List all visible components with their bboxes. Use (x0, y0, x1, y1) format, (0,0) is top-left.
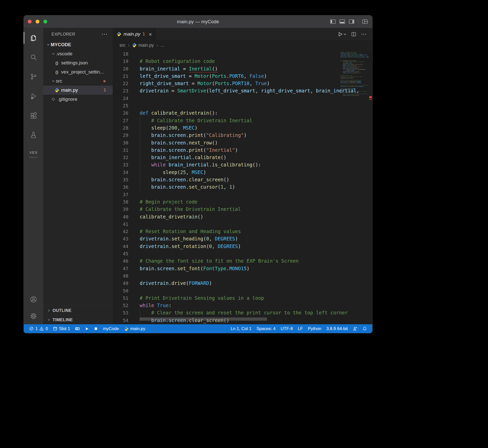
status-text: Slot 1 (59, 326, 70, 331)
breadcrumb-item-src[interactable]: src (119, 43, 125, 48)
code-line: 38# Begin project code (113, 198, 372, 206)
customize-layout-icon[interactable] (362, 19, 368, 24)
chevron-down-icon[interactable] (51, 52, 56, 56)
status-indentation[interactable]: Spaces: 4 (254, 324, 278, 333)
code-lines: 1819# Robot configuration code20brain_in… (113, 50, 372, 324)
source-control-icon (30, 73, 37, 80)
line-number: 29 (113, 132, 128, 139)
breadcrumb-separator: › (128, 42, 129, 48)
tab-problems-badge: 1 (143, 32, 145, 37)
status-text: 0 (45, 326, 48, 331)
tree-item-main-py[interactable]: main.py1 (43, 86, 113, 95)
tree-item-src[interactable]: src (43, 77, 113, 86)
indent-guide (140, 117, 140, 191)
line-number: 50 (113, 287, 128, 294)
tab-main-py[interactable]: main.py 1 × (113, 28, 156, 40)
tree-item-vex-project-settin[interactable]: {}vex_project_settin... (43, 67, 113, 77)
horizontal-scrollbar[interactable] (140, 317, 267, 321)
json-file-icon: {} (54, 61, 59, 65)
code-line: 41 (113, 220, 372, 228)
breadcrumb: src›main.py›... (113, 40, 372, 50)
chevron-down-icon (343, 33, 347, 36)
line-number: 46 (113, 257, 128, 265)
titlebar-separator (358, 19, 358, 24)
breadcrumb-item-[interactable]: ... (160, 43, 164, 48)
code-line: 48 (113, 272, 372, 280)
status-vex-slot[interactable]: Slot 1 (51, 324, 72, 333)
status-problems[interactable]: 10 (27, 324, 51, 333)
status-feedback[interactable] (350, 324, 360, 333)
activity-item-account[interactable] (24, 291, 43, 308)
activity-item-source-control[interactable] (24, 67, 43, 86)
breadcrumb-item-main-py[interactable]: main.py (132, 43, 154, 48)
toggle-sidebar-right-icon[interactable] (349, 19, 354, 24)
indent-guide (140, 309, 140, 324)
activity-item-extensions[interactable] (24, 106, 43, 125)
error-marker (369, 96, 372, 98)
status-right: Ln 1, Col 1Spaces: 4UTF-8LFPython3.8.9 6… (228, 324, 369, 333)
split-editor-icon[interactable] (351, 32, 356, 37)
bell-icon (362, 327, 367, 331)
line-number: 34 (113, 169, 128, 176)
status-eol[interactable]: LF (295, 324, 305, 333)
tree-item-mycode[interactable]: MYCODE (43, 40, 113, 49)
activity-item-explorer[interactable] (24, 28, 43, 47)
code-line: 33 while brain_inertial.is_calibrating()… (113, 161, 372, 168)
code-line: 47brain.screen.set_font(FontType.MONO15) (113, 265, 372, 272)
tree-item-label: MYCODE (51, 42, 71, 47)
activity-item-vex[interactable]: VEXROBOTICS (24, 145, 43, 164)
line-number: 38 (113, 198, 128, 206)
line-number: 36 (113, 183, 128, 191)
explorer-icon (30, 34, 37, 41)
tab-close-icon[interactable]: × (149, 32, 152, 37)
close-window-button[interactable] (28, 20, 32, 23)
activity-item-testing[interactable] (24, 125, 43, 145)
line-number: 22 (113, 80, 128, 87)
status-notifications[interactable] (360, 324, 369, 333)
chevron-down-icon[interactable] (46, 43, 51, 47)
status-language-mode[interactable]: Python (305, 324, 324, 333)
settings-icon (30, 312, 37, 320)
tree-item-label: settings.json (61, 60, 88, 66)
stop-icon (94, 327, 98, 331)
run-python-file-button[interactable] (337, 32, 347, 37)
line-number: 23 (113, 87, 128, 94)
toggle-panel-icon[interactable] (339, 19, 345, 24)
panel-outline[interactable]: OUTLINE (43, 306, 113, 315)
tree-item-settings-json[interactable]: {}settings.json (43, 58, 113, 67)
tree-item-label: vex_project_settin... (61, 69, 104, 75)
status-vex-play[interactable] (82, 324, 91, 333)
panel-timeline[interactable]: TIMELINE (43, 315, 113, 324)
activity-item-settings[interactable] (24, 308, 43, 324)
status-project-name[interactable]: myCode (100, 324, 121, 333)
status-cursor-position[interactable]: Ln 1, Col 1 (228, 324, 254, 333)
zoom-window-button[interactable] (43, 20, 47, 23)
toggle-sidebar-left-icon[interactable] (330, 19, 336, 24)
tree-item-gitignore[interactable]: .gitignore (43, 95, 113, 104)
status-python-interpreter[interactable]: 3.8.9 64-bit (324, 324, 350, 333)
status-text: main.py (130, 326, 145, 331)
tree-item-vscode[interactable]: .vscode (43, 49, 113, 58)
python-icon (124, 327, 129, 331)
status-text: 1 (35, 326, 38, 331)
line-number: 53 (113, 309, 128, 316)
feedback-icon (353, 327, 357, 331)
code-line: 31 brain.screen.print("Inertial") (113, 146, 372, 154)
explorer-sidebar: EXPLORER ⋯ MYCODE.vscode{}settings.json{… (43, 28, 113, 324)
status-active-file[interactable]: main.py (121, 324, 148, 333)
chevron-down-icon[interactable] (51, 79, 56, 83)
run-icon (337, 32, 343, 37)
title-bar[interactable]: main.py — myCode (24, 15, 372, 28)
minimap[interactable]: # Robot configuration codebrain_inertial… (340, 50, 369, 116)
activity-item-run-debug[interactable] (24, 86, 43, 106)
code-line: 36 brain.screen.set_cursor(1, 1) (113, 183, 372, 191)
code-line: 21left_drive_smart = Motor(Ports.PORT6, … (113, 72, 372, 80)
minimize-window-button[interactable] (36, 20, 39, 23)
status-encoding[interactable]: UTF-8 (278, 324, 295, 333)
status-vex-brain[interactable] (72, 324, 82, 333)
code-line: 35 brain.screen.clear_screen() (113, 176, 372, 183)
status-vex-stop[interactable] (91, 324, 100, 333)
activity-item-search[interactable] (24, 47, 43, 67)
window-title: main.py — myCode (177, 19, 219, 24)
editor-code-area[interactable]: 1819# Robot configuration code20brain_in… (113, 50, 372, 324)
